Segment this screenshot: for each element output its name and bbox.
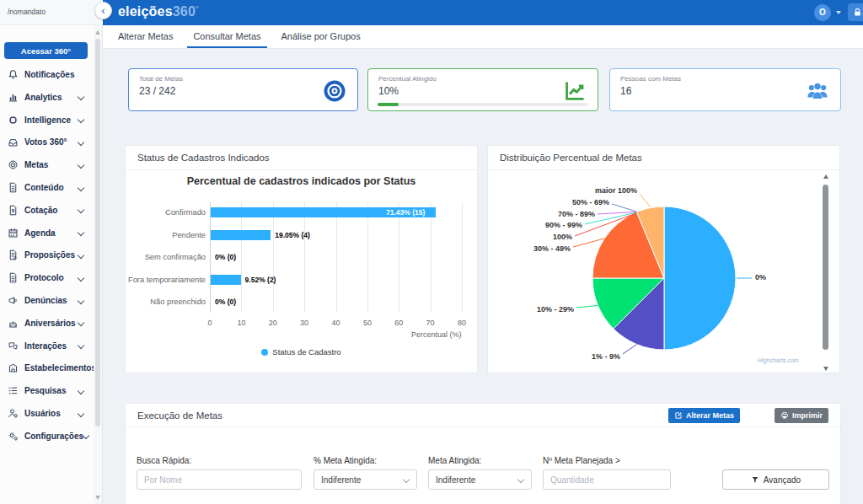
scroll-up-icon[interactable] (95, 30, 100, 35)
access-360-button[interactable]: Acessar 360° (4, 42, 88, 59)
alterar-metas-button[interactable]: Alterar Metas (668, 408, 740, 423)
pie-label-1: 1% - 9% (592, 352, 620, 361)
bar-1 (211, 230, 271, 240)
sidebar-collapse-button[interactable]: ‹ (94, 2, 112, 19)
sidebar-item-votos-360-[interactable]: Votos 360° (0, 131, 91, 153)
pct-meta-atingida-select[interactable]: Indiferente (314, 469, 417, 490)
sidebar-item-label: Analytics (24, 93, 62, 102)
x-tick-label: 80 (458, 319, 466, 327)
sidebar-item-interacoes[interactable]: Interações (0, 335, 91, 357)
app-root: /nomandato Acessar 360° NotificaçõesAnal… (0, 0, 863, 504)
chevron-down-icon (78, 94, 84, 100)
tab-consultar-metas[interactable]: Consultar Metas (187, 25, 266, 48)
gridline (399, 202, 399, 313)
pie-chart: 0%1% - 9%10% - 29%30% - 49%50% - 69%70% … (488, 170, 839, 373)
bar-value-label: 0% (0) (215, 298, 236, 306)
sidebar: /nomandato Acessar 360° NotificaçõesAnal… (0, 0, 103, 504)
y-axis-line (210, 202, 211, 313)
avatar[interactable]: O (814, 4, 831, 21)
sidebar-item-label: Conteúdo (24, 183, 64, 192)
stat-value: 16 (620, 85, 631, 97)
panel-header: Execução de Metas Alterar Metas Imprimir (126, 404, 840, 427)
sidebar-scrollbar[interactable] (94, 26, 102, 504)
app-logo: eleições360° (118, 4, 199, 19)
category-label: Sem confirmação (126, 253, 206, 261)
pie-label-7: 100% (553, 233, 572, 241)
pie-label-4: 50% - 69% (572, 198, 609, 206)
sidebar-item-proposicoes[interactable]: Proposições (0, 244, 91, 266)
avancado-button[interactable]: Avançado (722, 469, 829, 490)
scroll-down-icon[interactable] (95, 496, 100, 500)
sidebar-item-aniversarios[interactable]: Aniversários (0, 312, 91, 335)
field-label: Meta Atingida: (428, 456, 481, 465)
chevron-down-icon (78, 297, 84, 303)
chevron-down-icon (83, 432, 89, 439)
sidebar-item-notificacoes[interactable]: Notificações (0, 63, 91, 86)
chevron-down-icon (78, 139, 84, 146)
sidebar-item-label: Intelligence (24, 115, 71, 125)
pie-scrollbar-thumb[interactable] (823, 185, 828, 350)
megaphone-icon (8, 295, 19, 306)
sidebar-item-configuracoes[interactable]: Configurações (0, 425, 91, 448)
tab-analise-por-grupos[interactable]: Análise por Grupos (276, 25, 367, 48)
chevron-down-icon (517, 476, 524, 483)
sidebar-item-pesquisas[interactable]: Pesquisas (0, 379, 91, 402)
imprimir-button[interactable]: Imprimir (775, 408, 828, 423)
avatar-caret-icon[interactable] (836, 11, 841, 14)
chevron-down-icon (78, 229, 84, 236)
chevron-down-icon (78, 206, 84, 213)
sidebar-item-label: Votos 360° (24, 137, 67, 147)
building-icon (8, 362, 19, 373)
pie-panel-scrollbar[interactable] (822, 174, 829, 371)
stat-label: Total de Metas (139, 75, 183, 83)
gridline (241, 202, 242, 313)
busca-rapida-input[interactable] (137, 469, 302, 490)
sidebar-item-intelligence[interactable]: Intelligence (0, 109, 91, 131)
filters-form: Avançado Buscar Limpar Busca Rápida:% Me… (126, 427, 840, 504)
sidebar-item-label: Notificações (24, 70, 74, 79)
panel-header: Status de Cadastros Indicados (126, 146, 477, 170)
category-label: Não preenchido (126, 298, 206, 306)
file-dollar-icon: $ (8, 205, 19, 216)
sidebar-item-denuncias[interactable]: Denúncias (0, 289, 91, 312)
sidebar-item-label: Agenda (24, 228, 56, 238)
chevron-down-icon (78, 387, 84, 394)
printer-icon (780, 411, 789, 420)
sidebar-item-metas[interactable]: Metas (0, 153, 91, 176)
gridline (431, 202, 432, 313)
chart-legend[interactable]: Status de Cadastro (126, 347, 477, 357)
chart-line-big-icon (564, 80, 586, 102)
inbox-icon (8, 137, 19, 147)
chart-credits: Highcharts.com (758, 357, 799, 363)
sidebar-item-analytics[interactable]: Analytics (0, 86, 91, 109)
sidebar-item-protocolo[interactable]: Protocolo (0, 266, 91, 289)
stat-value: 10% (378, 85, 399, 97)
tab-alterar-metas[interactable]: Alterar Metas (112, 25, 179, 48)
panel-distribuicao-metas: Distribuição Percentual de Metas 0%1% - … (487, 145, 840, 373)
chevron-down-icon (78, 342, 84, 349)
sidebar-item-agenda[interactable]: Agenda (0, 222, 91, 244)
sidebar-item-usuarios[interactable]: Usuários (0, 402, 91, 425)
stat-card-1: Percentual Atingido10% (367, 68, 598, 111)
pie-slice-0 (664, 206, 736, 350)
select-value: Indiferente (321, 475, 361, 485)
sidebar-item-label: Protocolo (24, 273, 64, 282)
sidebar-item-conteudo[interactable]: Conteúdo (0, 176, 91, 199)
scroll-up-icon[interactable] (823, 174, 828, 179)
lock-button[interactable] (848, 3, 863, 21)
sidebar-item-cotacao[interactable]: $Cotação (0, 199, 91, 222)
sidebar-item-label: Denúncias (24, 296, 67, 305)
field-label: Busca Rápida: (137, 456, 191, 465)
scroll-down-icon[interactable] (823, 367, 828, 371)
meta-planejada-input[interactable] (543, 469, 671, 490)
sidebar-item-label: Aniversários (24, 319, 76, 328)
x-tick-label: 30 (300, 319, 308, 327)
category-label: Fora temporariamente (126, 276, 206, 284)
panel-status-cadastros: Status de Cadastros Indicados Percentual… (125, 145, 478, 373)
sidebar-scrollbar-thumb[interactable] (95, 39, 100, 426)
gears-icon (8, 431, 19, 442)
meta-atingida-select[interactable]: Indiferente (428, 469, 532, 490)
label-connector (623, 345, 637, 355)
sidebar-item-estabelecimentos[interactable]: Estabelecimentos (0, 357, 91, 379)
target-icon (8, 159, 19, 170)
